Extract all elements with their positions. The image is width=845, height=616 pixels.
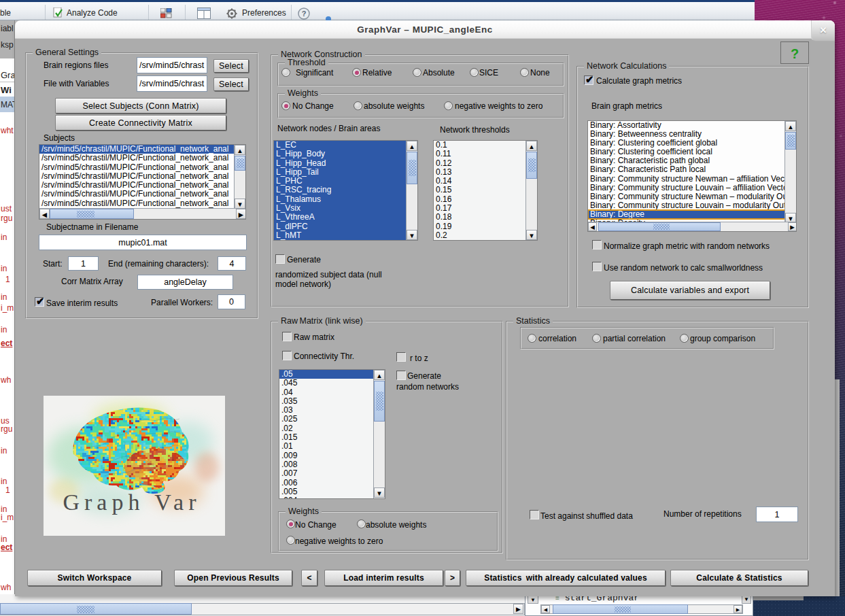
svg-text:?: ? — [302, 10, 307, 18]
svg-text:Graph Var: Graph Var — [63, 490, 201, 515]
